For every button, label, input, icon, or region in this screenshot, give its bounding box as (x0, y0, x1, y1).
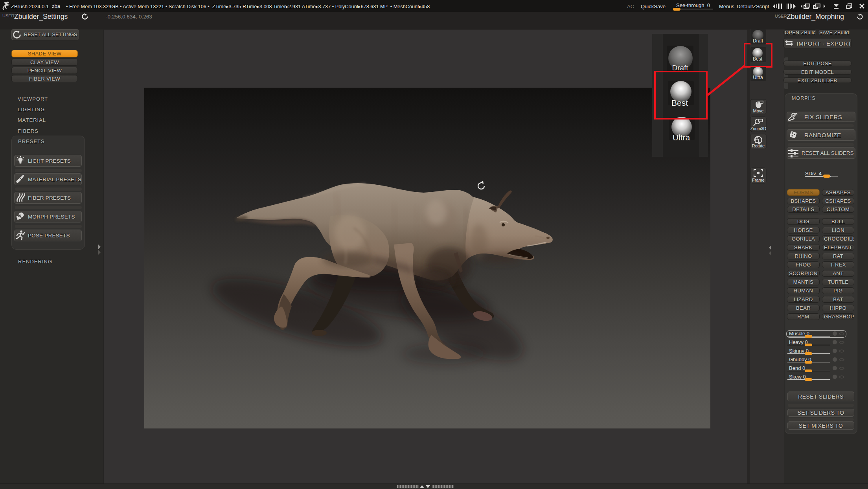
svg-text:Ultra: Ultra (673, 133, 690, 142)
svg-text:Zoom3D: Zoom3D (750, 126, 767, 131)
svg-text:Frame: Frame (752, 178, 765, 182)
svg-text:Rotate: Rotate (752, 143, 765, 148)
svg-text:Best: Best (753, 56, 763, 62)
svg-text:Ultra: Ultra (753, 75, 763, 80)
svg-text:Draft: Draft (753, 38, 763, 44)
svg-text:Move: Move (753, 108, 764, 113)
